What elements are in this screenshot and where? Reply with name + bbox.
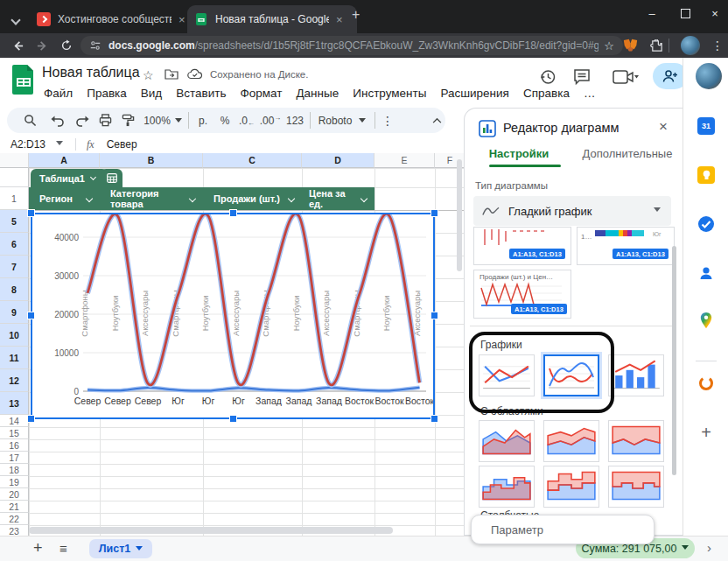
panel-close-icon[interactable]: ×: [659, 118, 668, 136]
comments-icon[interactable]: [573, 68, 591, 86]
row-header-14[interactable]: 14: [0, 415, 29, 427]
chart-resize-handle[interactable]: [229, 209, 237, 217]
row-header-9[interactable]: 9: [0, 301, 29, 324]
collapse-toolbar-icon[interactable]: [429, 108, 444, 133]
calendar-icon[interactable]: 31: [697, 117, 715, 135]
cloud-saved-icon[interactable]: [187, 68, 203, 80]
menu-edit[interactable]: Правка: [80, 84, 134, 102]
sheets-logo[interactable]: [12, 65, 35, 95]
menu-file[interactable]: Файл: [37, 84, 80, 102]
horizontal-scrollbar[interactable]: [29, 527, 393, 534]
document-title[interactable]: Новая таблица: [42, 65, 140, 81]
menu-help[interactable]: Справка: [516, 84, 577, 102]
table-view-tab[interactable]: [101, 169, 122, 187]
decrease-decimal-button[interactable]: .0←: [236, 108, 257, 133]
menu-format[interactable]: Формат: [233, 84, 289, 102]
panel-scrollbar[interactable]: [672, 246, 676, 475]
row-header-6[interactable]: 6: [0, 233, 29, 256]
table-name-tab[interactable]: Таблица1: [31, 169, 108, 187]
row-header-17[interactable]: 17: [0, 452, 29, 464]
print-icon[interactable]: [96, 108, 114, 133]
site-settings-icon[interactable]: [89, 39, 102, 52]
row-header-22[interactable]: 22: [0, 513, 29, 525]
chart-resize-handle[interactable]: [430, 209, 438, 217]
row-header-12[interactable]: 12: [0, 369, 29, 392]
column-header-D[interactable]: D: [302, 153, 374, 168]
number-format-button[interactable]: 123: [284, 108, 306, 133]
menu-overflow[interactable]: …: [577, 84, 603, 102]
window-close-button[interactable]: ×: [700, 0, 728, 26]
contacts-icon[interactable]: [697, 264, 715, 282]
window-maximize-button[interactable]: [670, 0, 700, 26]
tab-close-icon[interactable]: ×: [336, 13, 343, 26]
chart-resize-handle[interactable]: [27, 415, 35, 423]
redo-icon[interactable]: [74, 108, 91, 133]
chart-type-stacked-stepped-area[interactable]: [543, 466, 599, 508]
chart-resize-handle[interactable]: [430, 415, 438, 423]
reload-icon[interactable]: [56, 35, 77, 56]
row-header-8[interactable]: 8: [0, 278, 29, 301]
formula-input[interactable]: Север: [107, 138, 137, 151]
row-header-19[interactable]: 19: [0, 476, 29, 488]
row-header-16[interactable]: 16: [0, 439, 29, 452]
column-header-E[interactable]: E: [374, 153, 435, 168]
chart-resize-handle[interactable]: [430, 312, 438, 319]
chart-type-100-stacked-area[interactable]: [608, 420, 664, 462]
browser-menu-icon[interactable]: ⋮: [707, 35, 728, 56]
browser-profile-avatar[interactable]: [681, 36, 700, 55]
increase-decimal-button[interactable]: .00→: [259, 108, 282, 133]
chart-resize-handle[interactable]: [27, 312, 35, 319]
row-header-13[interactable]: 13: [0, 392, 29, 415]
parameter-field[interactable]: Параметр: [471, 515, 654, 544]
search-icon[interactable]: [21, 108, 38, 133]
browser-tab-2-active[interactable]: Новая таблица - Google Табли ×: [187, 5, 357, 33]
row-header-15[interactable]: 15: [0, 427, 29, 439]
account-avatar[interactable]: [696, 63, 722, 89]
chart-resize-handle[interactable]: [229, 415, 237, 423]
chart-type-stacked-area[interactable]: [543, 420, 599, 462]
menu-tools[interactable]: Инструменты: [346, 84, 433, 102]
tab-settings[interactable]: Настройки: [465, 147, 573, 160]
row-header-23[interactable]: 23: [0, 525, 29, 536]
column-header-B[interactable]: B: [100, 153, 203, 168]
table-header-price[interactable]: Цена за ед.: [302, 187, 374, 210]
row-header-10[interactable]: 10: [0, 324, 29, 347]
spreadsheet-grid[interactable]: ABCDEF1567891011121314151617181920212223…: [0, 153, 466, 536]
percent-format-button[interactable]: %: [215, 108, 234, 133]
menu-data[interactable]: Данные: [289, 84, 346, 102]
keep-icon[interactable]: [697, 166, 715, 184]
row-header-1[interactable]: 1: [0, 187, 29, 210]
suggested-chart-candlestick[interactable]: A1:A13, C1:D13: [473, 227, 571, 265]
row-header-5[interactable]: 5: [0, 210, 29, 233]
sheet-tab-list1[interactable]: Лист1: [89, 539, 152, 558]
row-header-20[interactable]: 20: [0, 488, 29, 501]
grid-corner[interactable]: [0, 153, 29, 168]
expand-icon[interactable]: ›: [707, 540, 711, 555]
all-sheets-icon[interactable]: ≡: [60, 541, 67, 556]
version-history-icon[interactable]: [539, 68, 556, 86]
star-icon[interactable]: ☆: [143, 68, 154, 82]
row-header-18[interactable]: 18: [0, 464, 29, 476]
vertical-scrollbar[interactable]: [457, 159, 462, 271]
name-box-dropdown-icon[interactable]: [56, 141, 63, 149]
forward-icon[interactable]: [32, 35, 52, 56]
maps-icon[interactable]: [697, 312, 715, 329]
paint-format-icon[interactable]: [119, 108, 136, 133]
meet-camera-icon[interactable]: [612, 68, 639, 86]
url-bar[interactable]: docs.google.com /spreadsheets/d/1b5Rj8tF…: [80, 36, 623, 55]
name-box[interactable]: A2:D13: [10, 138, 56, 151]
move-folder-icon[interactable]: [164, 68, 178, 80]
table-header-category[interactable]: Категория товара: [100, 187, 203, 210]
chart-type-combo[interactable]: [608, 354, 664, 396]
font-select[interactable]: Roboto: [315, 108, 369, 133]
suggested-chart-stacked-bar[interactable]: 1… Юг A1:A13, C1:D13: [577, 227, 675, 265]
row-header-7[interactable]: 7: [0, 256, 29, 278]
table-header-sales[interactable]: Продажи (шт.): [203, 187, 302, 210]
metamask-extension-icon[interactable]: [620, 35, 640, 56]
table-header-region[interactable]: Регион: [29, 187, 100, 210]
new-tab-button[interactable]: +: [352, 7, 360, 23]
get-addons-plus-icon[interactable]: +: [697, 424, 715, 441]
menu-extensions[interactable]: Расширения: [433, 84, 516, 102]
chart-resize-handle[interactable]: [27, 209, 35, 217]
chart-type-stepped-area[interactable]: [479, 466, 535, 508]
